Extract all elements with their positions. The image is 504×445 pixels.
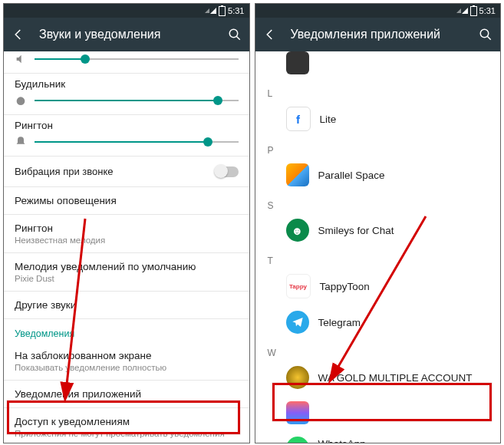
app-bar: Звуки и уведомления	[4, 18, 249, 51]
list-item-whatsapp[interactable]: WhatsApp Важные	[255, 430, 501, 443]
list-item[interactable]	[255, 395, 501, 430]
vibrate-row[interactable]: Вибрация при звонке	[4, 156, 249, 186]
alarm-label: Будильник	[15, 78, 239, 90]
vibrate-switch[interactable]	[216, 166, 239, 177]
section-notifications: Уведомления	[4, 318, 249, 342]
facebook-icon: f	[286, 107, 311, 131]
ringtone-slider[interactable]	[35, 141, 239, 143]
clock: 5:31	[479, 6, 496, 15]
page-title: Звуки и уведомления	[39, 28, 214, 41]
list-item-telegram[interactable]: Telegram	[255, 305, 501, 340]
list-item-smileys[interactable]: ☻ Smileys for Chat	[255, 213, 501, 248]
wagold-icon	[286, 366, 309, 389]
section-letter: L	[255, 81, 501, 101]
list-item-lite[interactable]: f Lite	[255, 101, 501, 137]
battery-icon	[470, 6, 477, 16]
smileys-icon: ☻	[286, 219, 309, 242]
section-letter: T	[255, 248, 501, 268]
list-item-parallel[interactable]: Parallel Space	[255, 157, 501, 193]
whatsapp-icon	[286, 437, 309, 443]
status-bar: 5:31	[255, 4, 501, 18]
clock: 5:31	[228, 6, 244, 15]
telegram-icon	[286, 311, 309, 334]
alarm-slider-row: Будильник	[4, 73, 249, 114]
parallel-icon	[286, 163, 309, 186]
media-slider-row	[4, 51, 249, 73]
vibrate-label: Вибрация при звонке	[15, 166, 114, 177]
settings-content: Будильник Рингтон Вибрация при звонке	[4, 51, 249, 443]
back-icon[interactable]	[263, 28, 277, 41]
alarm-icon	[15, 94, 27, 107]
battery-icon	[219, 6, 226, 16]
search-icon[interactable]	[228, 28, 242, 41]
default-notif-sound-row[interactable]: Мелодия уведомлений по умолчанию Pixie D…	[4, 252, 249, 291]
right-screenshot: 5:31 Уведомления приложений L f Lite P P…	[255, 3, 502, 443]
section-letter: S	[255, 193, 501, 213]
ringtone-slider-row: Рингтон	[4, 114, 249, 156]
notification-access-row[interactable]: Доступ к уведомлениям Приложения не могу…	[4, 407, 249, 443]
other-sounds-row[interactable]: Другие звуки	[4, 291, 249, 318]
app-icon	[286, 51, 309, 74]
app-icon	[286, 401, 309, 424]
app-bar: Уведомления приложений	[255, 18, 501, 51]
left-screenshot: 5:31 Звуки и уведомления Будильник	[3, 3, 250, 443]
section-letter: P	[255, 137, 501, 157]
search-icon[interactable]	[479, 28, 492, 41]
back-icon[interactable]	[12, 28, 25, 41]
media-slider[interactable]	[35, 58, 239, 60]
alarm-slider[interactable]	[35, 100, 239, 101]
page-title: Уведомления приложений	[291, 28, 466, 41]
modes-row[interactable]: Режимы оповещения	[4, 186, 249, 214]
speaker-icon	[15, 53, 27, 65]
app-notifications-row[interactable]: Уведомления приложений	[4, 380, 249, 407]
status-bar: 5:31	[4, 4, 249, 18]
lockscreen-row[interactable]: На заблокированном экране Показывать уве…	[4, 342, 249, 380]
svg-point-0	[229, 29, 238, 38]
section-letter: W	[255, 340, 501, 360]
ringtone-row[interactable]: Рингтон Неизвестная мелодия	[4, 214, 249, 252]
ringtone-vol-label: Рингтон	[15, 120, 239, 131]
bell-icon	[15, 136, 27, 148]
app-list: L f Lite P Parallel Space S ☻ Smileys fo…	[255, 51, 501, 443]
svg-point-3	[480, 29, 489, 38]
list-item-tappy[interactable]: Tappy TappyToon	[255, 268, 501, 305]
list-item[interactable]	[255, 51, 501, 81]
tappy-icon: Tappy	[286, 274, 311, 298]
list-item-wagold[interactable]: WA GOLD MULTIPLE ACCOUNT	[255, 360, 501, 395]
